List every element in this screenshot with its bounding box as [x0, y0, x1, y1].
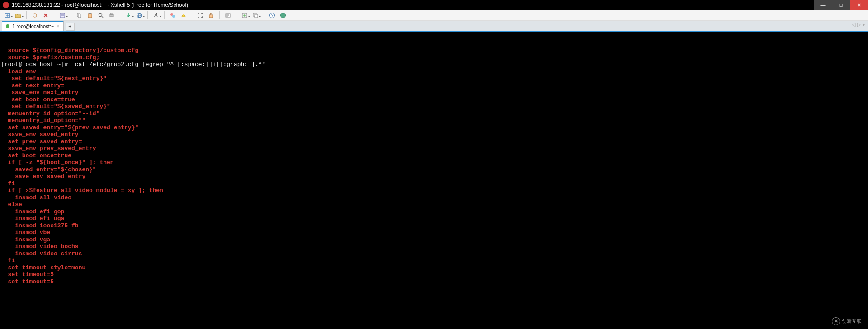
- svg-text:?: ?: [271, 13, 273, 18]
- terminal-line: save_env next_entry: [1, 89, 867, 96]
- copy-button[interactable]: [75, 11, 84, 20]
- svg-rect-15: [110, 13, 113, 14]
- svg-rect-9: [78, 14, 81, 18]
- toolbar-separator: [71, 11, 71, 19]
- terminal-line: set timeout=5: [1, 278, 867, 286]
- new-session-button[interactable]: [3, 11, 12, 20]
- terminal-line: source ${config_directory}/custom.cfg: [1, 47, 867, 54]
- terminal-line: set default="${saved_entry}": [1, 103, 867, 110]
- cascade-button[interactable]: [251, 11, 260, 20]
- terminal-output[interactable]: source ${config_directory}/custom.cfg so…: [0, 32, 868, 329]
- session-tabbar: 1 root@localhost:~ × + ◁ ▷ ▾: [0, 21, 868, 32]
- lock-button[interactable]: [207, 11, 216, 20]
- terminal-line: load_env: [1, 68, 867, 75]
- toolbar-separator: [264, 11, 264, 19]
- svg-rect-14: [110, 14, 113, 17]
- tab-nav-left-icon[interactable]: ◁: [852, 22, 855, 28]
- terminal-line: insmod ieee1275_fb: [1, 222, 867, 230]
- close-button[interactable]: ✕: [850, 0, 868, 10]
- svg-rect-30: [255, 14, 258, 18]
- file-transfer-button[interactable]: [124, 11, 133, 20]
- terminal-line: if [ -z "${boot_once}" ]; then: [1, 159, 867, 166]
- terminal-line: set timeout_style=menu: [1, 264, 867, 272]
- terminal-line: save_env saved_entry: [1, 131, 867, 138]
- svg-point-33: [281, 13, 286, 18]
- disconnect-button[interactable]: [41, 11, 50, 20]
- log-button[interactable]: [223, 11, 232, 20]
- svg-point-12: [99, 13, 102, 16]
- window-titlebar: 192.168.238.131:22 - root@localhost:~ - …: [0, 0, 868, 10]
- terminal-line: source $prefix/custom.cfg;: [1, 54, 867, 61]
- reconnect-button[interactable]: [30, 11, 39, 20]
- toolbar-separator: [236, 11, 236, 19]
- terminal-line: save_env prev_saved_entry: [1, 145, 867, 152]
- help-button[interactable]: ?: [268, 11, 277, 20]
- terminal-line: insmod efi_uga: [1, 215, 867, 222]
- highlight-button[interactable]: [179, 11, 188, 20]
- terminal-line: set boot_once=true: [1, 96, 867, 103]
- tab-nav: ◁ ▷ ▾: [852, 22, 865, 28]
- terminal-line: saved_entry="${chosen}": [1, 166, 867, 174]
- terminal-line: set saved_entry="${prev_saved_entry}": [1, 124, 867, 132]
- terminal-line: insmod vga: [1, 236, 867, 244]
- terminal-line: menuentry_id_option="": [1, 117, 867, 124]
- about-button[interactable]: [278, 11, 288, 20]
- terminal-line: fi: [1, 257, 867, 264]
- terminal-line: set next_entry=: [1, 82, 867, 89]
- session-tab[interactable]: 1 root@localhost:~ ×: [2, 21, 64, 31]
- font-button[interactable]: A: [151, 11, 160, 20]
- session-tab-label: 1 root@localhost:~: [12, 24, 54, 29]
- svg-rect-10: [88, 14, 92, 18]
- tab-nav-right-icon[interactable]: ▷: [857, 22, 861, 28]
- main-toolbar: A ?: [0, 10, 868, 21]
- paste-button[interactable]: [85, 11, 94, 20]
- svg-point-20: [172, 15, 175, 18]
- toolbar-separator: [164, 11, 165, 19]
- terminal-line: insmod all_video: [1, 194, 867, 202]
- toolbar-separator: [192, 11, 192, 19]
- terminal-line: if [ x$feature_all_video_module = xy ]; …: [1, 187, 867, 194]
- new-tab-button[interactable]: +: [66, 23, 75, 31]
- terminal-line: set prev_saved_entry=: [1, 138, 867, 146]
- svg-rect-11: [89, 13, 91, 14]
- terminal-line: insmod video_cirrus: [1, 250, 867, 258]
- terminal-line: fi: [1, 180, 867, 188]
- window-controls: — □ ✕: [814, 0, 868, 10]
- fullscreen-button[interactable]: [196, 11, 205, 20]
- app-icon: [3, 2, 9, 8]
- toolbar-separator: [120, 11, 120, 19]
- connection-status-icon: [6, 24, 9, 28]
- terminal-line: insmod efi_gop: [1, 208, 867, 216]
- terminal-line: set default="${next_entry}": [1, 75, 867, 82]
- web-button[interactable]: [135, 11, 144, 20]
- svg-rect-21: [209, 15, 213, 18]
- watermark-icon: ✕: [832, 317, 840, 325]
- window-title: 192.168.238.131:22 - root@localhost:~ - …: [12, 2, 188, 8]
- terminal-line: menuentry_id_option="--id": [1, 110, 867, 118]
- toolbar-separator: [54, 11, 54, 19]
- terminal-line: [root@localhost ~]# cat /etc/grub2.cfg |…: [1, 61, 867, 68]
- add-button[interactable]: [240, 11, 249, 20]
- toolbar-separator: [147, 11, 148, 19]
- terminal-line: else: [1, 201, 867, 208]
- terminal-line: set timeout=5: [1, 271, 867, 278]
- toolbar-separator: [26, 11, 27, 19]
- maximize-button[interactable]: □: [832, 0, 850, 10]
- terminal-line: insmod video_bochs: [1, 243, 867, 250]
- svg-rect-5: [60, 13, 65, 18]
- watermark-text: 创新互联: [842, 318, 862, 325]
- terminal-line: set boot_once=true: [1, 152, 867, 160]
- svg-line-13: [102, 16, 103, 18]
- minimize-button[interactable]: —: [814, 0, 832, 10]
- toolbar-separator: [219, 11, 220, 19]
- color-scheme-button[interactable]: [168, 11, 177, 20]
- terminal-line: insmod vbe: [1, 229, 867, 236]
- terminal-line: save_env saved_entry: [1, 173, 867, 180]
- tab-nav-menu-icon[interactable]: ▾: [863, 22, 865, 28]
- properties-button[interactable]: [58, 11, 67, 20]
- print-button[interactable]: [107, 11, 116, 20]
- watermark: ✕ 创新互联: [832, 317, 862, 325]
- tab-close-icon[interactable]: ×: [57, 24, 59, 29]
- find-button[interactable]: [96, 11, 105, 20]
- open-button[interactable]: [14, 11, 23, 20]
